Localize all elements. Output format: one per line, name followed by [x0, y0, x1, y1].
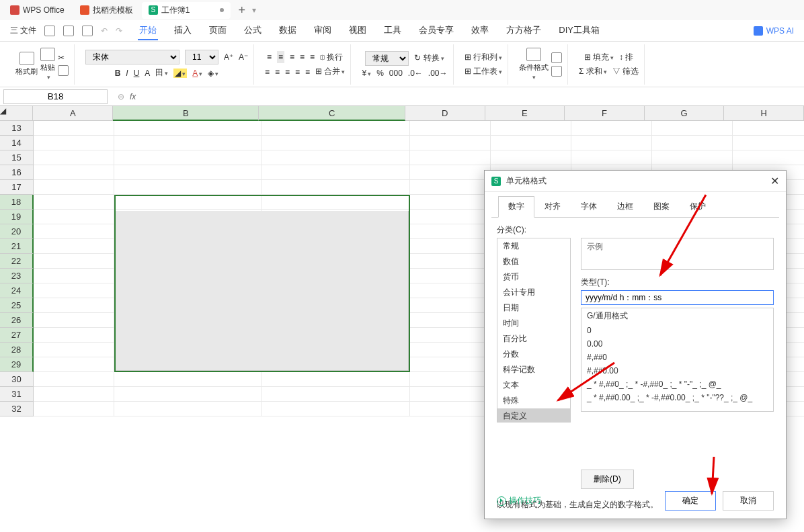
row-header-24[interactable]: 24 — [0, 283, 34, 298]
cell[interactable] — [410, 165, 491, 180]
cell-style-icon[interactable] — [551, 66, 562, 77]
cell[interactable] — [34, 298, 114, 313]
cell[interactable] — [262, 121, 410, 136]
cell[interactable] — [262, 165, 410, 180]
indent-left-icon[interactable]: ≡ — [300, 52, 305, 62]
cell[interactable] — [410, 254, 491, 269]
cell[interactable] — [410, 195, 491, 210]
fx-icon[interactable]: fx — [130, 92, 136, 101]
cancel-button[interactable]: 取消 — [723, 491, 774, 511]
qat-redo-icon[interactable]: ↷ — [116, 26, 122, 36]
type-input[interactable] — [581, 290, 774, 305]
row-header-17[interactable]: 17 — [0, 180, 34, 195]
rows-cols-button[interactable]: ⊞ 行和列▾ — [465, 52, 502, 63]
cell[interactable] — [114, 136, 262, 150]
cell[interactable] — [410, 402, 491, 416]
cancel-formula-icon[interactable]: ⊖ — [118, 92, 124, 101]
cell[interactable] — [410, 224, 491, 239]
cell[interactable] — [34, 387, 114, 402]
cell[interactable] — [34, 195, 114, 210]
cell[interactable] — [114, 165, 262, 180]
row-header-32[interactable]: 32 — [0, 402, 34, 416]
cell[interactable] — [262, 372, 410, 387]
cell[interactable] — [114, 402, 262, 416]
tab-formula[interactable]: 公式 — [243, 21, 263, 40]
italic-button[interactable]: I — [126, 69, 128, 78]
cell[interactable] — [34, 121, 114, 136]
font-size-select[interactable]: 11 — [185, 50, 218, 64]
format-item[interactable]: #,##0 — [581, 351, 773, 364]
cell[interactable] — [34, 180, 114, 195]
cut-icon[interactable]: ✂ — [58, 53, 69, 62]
cell[interactable] — [34, 239, 114, 254]
cell[interactable] — [34, 210, 114, 224]
tips-link[interactable]: 操作技巧 — [497, 495, 541, 506]
dlg-tab-number[interactable]: 数字 — [498, 196, 534, 218]
cell[interactable] — [34, 136, 114, 150]
distribute-icon[interactable]: ≡ — [305, 67, 310, 77]
cell[interactable] — [571, 121, 652, 136]
cell[interactable] — [733, 150, 804, 165]
ok-button[interactable]: 确定 — [665, 491, 716, 511]
dlg-tab-border[interactable]: 边框 — [607, 196, 643, 217]
cell[interactable] — [262, 195, 410, 210]
cell[interactable] — [34, 372, 114, 387]
number-format-select[interactable]: 常规 — [365, 51, 409, 66]
filter-button[interactable]: ▽ 筛选 — [612, 66, 639, 77]
cell[interactable] — [34, 328, 114, 343]
cell[interactable] — [34, 402, 114, 416]
wrap-text-button[interactable]: ⎅ 换行 — [320, 52, 343, 63]
name-box[interactable] — [3, 89, 108, 104]
decrease-decimal-icon[interactable]: .0← — [408, 69, 423, 78]
cell[interactable] — [410, 298, 491, 313]
tab-tools[interactable]: 工具 — [383, 21, 403, 40]
cell[interactable] — [34, 313, 114, 328]
cell[interactable] — [410, 150, 491, 165]
row-header-23[interactable]: 23 — [0, 269, 34, 283]
tab-efficiency[interactable]: 效率 — [470, 21, 490, 40]
row-header-25[interactable]: 25 — [0, 298, 34, 313]
category-list[interactable]: 常规 数值 货币 会计专用 日期 时间 百分比 分数 科学记数 文本 特殊 自定… — [497, 238, 571, 423]
indent-right-icon[interactable]: ≡ — [310, 52, 315, 62]
col-header-F[interactable]: F — [565, 106, 645, 121]
col-header-A[interactable]: A — [33, 106, 113, 121]
cond-format-button[interactable]: 条件格式▾ — [519, 48, 549, 81]
format-item[interactable]: 0.00 — [581, 337, 773, 351]
align-bottom-icon[interactable]: ≡ — [290, 52, 294, 62]
cat-time[interactable]: 时间 — [497, 316, 570, 331]
cat-general[interactable]: 常规 — [497, 238, 570, 254]
col-header-D[interactable]: D — [405, 106, 485, 121]
cell[interactable] — [262, 180, 410, 195]
format-item[interactable]: _ * #,##0.00_ ;_ * -#,##0.00_ ;_ * "-"??… — [581, 391, 773, 404]
qat-save-icon[interactable] — [44, 26, 55, 36]
decrease-font-icon[interactable]: A⁻ — [239, 52, 248, 62]
cell[interactable] — [34, 224, 114, 239]
cat-percent[interactable]: 百分比 — [497, 331, 570, 347]
row-header-21[interactable]: 21 — [0, 239, 34, 254]
tab-data[interactable]: 数据 — [278, 21, 298, 40]
row-header-22[interactable]: 22 — [0, 254, 34, 269]
cell[interactable] — [34, 269, 114, 283]
tab-page[interactable]: 页面 — [208, 21, 228, 40]
format-item[interactable]: 0 — [581, 324, 773, 337]
tab-menu-button[interactable]: ▾ — [252, 5, 256, 15]
tab-view[interactable]: 视图 — [348, 21, 368, 40]
cat-fraction[interactable]: 分数 — [497, 347, 570, 362]
cell[interactable] — [652, 150, 733, 165]
qat-print-icon[interactable] — [63, 26, 74, 36]
cell[interactable] — [114, 372, 262, 387]
tab-member[interactable]: 会员专享 — [417, 21, 455, 40]
sort-button[interactable]: ↕ 排 — [619, 52, 633, 63]
row-header-18[interactable]: 18 — [0, 195, 34, 210]
table-style-icon[interactable] — [551, 52, 562, 63]
dlg-tab-font[interactable]: 字体 — [571, 196, 607, 217]
col-header-E[interactable]: E — [485, 106, 565, 121]
qat-preview-icon[interactable] — [82, 26, 93, 36]
cell[interactable] — [491, 136, 571, 150]
cell[interactable] — [262, 150, 410, 165]
format-item[interactable]: G/通用格式 — [581, 308, 773, 324]
cell[interactable] — [34, 150, 114, 165]
cat-accounting[interactable]: 会计专用 — [497, 285, 570, 300]
row-header-29[interactable]: 29 — [0, 357, 34, 372]
font-name-select[interactable]: 宋体 — [85, 50, 179, 64]
